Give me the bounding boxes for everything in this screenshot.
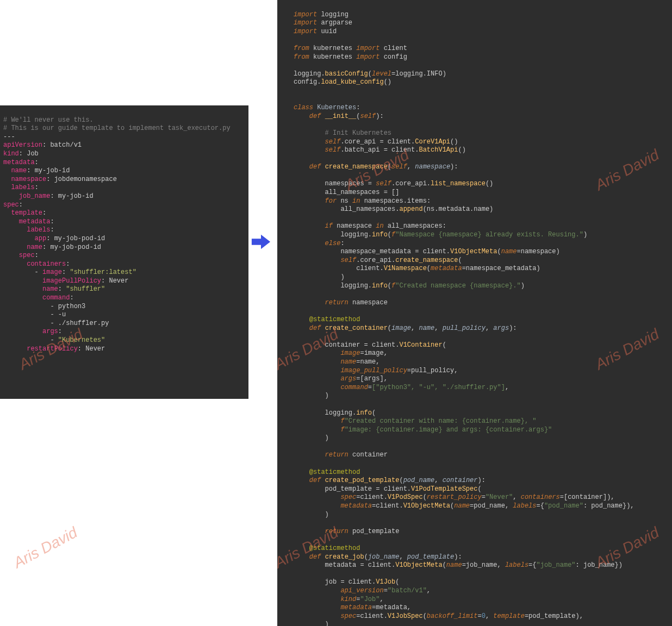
yaml-docsep: --- (3, 133, 15, 141)
yaml-key: job_name (19, 192, 51, 200)
yaml-val: Never (109, 277, 128, 285)
yaml-key: spec (19, 252, 35, 259)
yaml-val: my-job-id (35, 167, 70, 174)
yaml-val: "Kubernetes" (58, 336, 105, 344)
yaml-key: apiVersion (3, 141, 42, 149)
yaml-val: "shuffler:latest" (70, 268, 136, 276)
yaml-key: command (42, 294, 70, 302)
yaml-key: name (42, 285, 58, 293)
yaml-val: "shuffler" (66, 285, 105, 293)
yaml-key: template (11, 209, 42, 217)
yaml-key: spec (3, 201, 19, 209)
yaml-key: name (11, 167, 27, 174)
yaml-key: metadata (3, 159, 35, 166)
yaml-val: jobdemonamespace (54, 176, 117, 183)
yaml-key: args (42, 328, 58, 335)
yaml-editor[interactable]: # We'll never use this. # This is our gu… (0, 105, 248, 399)
yaml-val: my-job-pod-id (50, 243, 101, 251)
yaml-key: containers (27, 260, 66, 268)
yaml-val: python3 (58, 303, 85, 310)
yaml-val: batch/v1 (50, 141, 82, 149)
yaml-key: metadata (19, 218, 51, 226)
watermark: Aris David (10, 523, 81, 573)
arrow-right-icon (250, 231, 272, 253)
yaml-key: labels (27, 226, 50, 234)
decorator: @staticmethod (309, 316, 360, 323)
yaml-key: labels (11, 184, 34, 191)
yaml-key: namespace (11, 176, 46, 183)
yaml-comment: # This is our guide template to implemen… (3, 124, 231, 132)
yaml-val: my-job-pod-id (54, 235, 105, 242)
yaml-key: imagePullPolicy (42, 277, 101, 285)
yaml-key: kind (3, 150, 19, 158)
yaml-val: Never (85, 345, 105, 353)
python-editor[interactable]: import logging import argparse import uu… (277, 0, 672, 626)
yaml-key: restartPolicy (27, 345, 78, 353)
yaml-val: my-job-id (58, 192, 94, 200)
yaml-key: image (42, 268, 62, 276)
kw-import: import (294, 11, 317, 18)
yaml-key: app (35, 235, 47, 242)
yaml-val: -u (58, 311, 66, 318)
yaml-val: ./shuffler.py (58, 320, 109, 327)
yaml-val: Job (27, 150, 39, 158)
yaml-key: name (27, 243, 42, 251)
yaml-comment: # We'll never use this. (3, 116, 94, 124)
